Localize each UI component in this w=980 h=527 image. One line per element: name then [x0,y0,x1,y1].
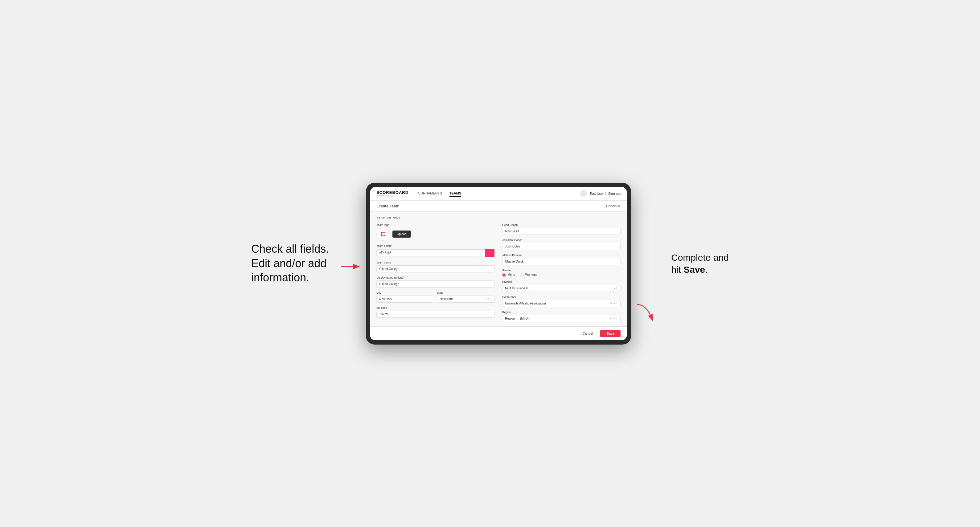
nav-link-teams[interactable]: TEAMS [449,190,461,197]
nav-link-tournaments[interactable]: TOURNAMENTS [416,190,442,197]
team-colour-label: Team colour [376,244,495,248]
tablet-frame: SCOREBOARD Powered by clippd TOURNAMENTS… [366,183,631,344]
create-team-header: Create Team Cancel ✕ [370,201,627,212]
division-arrows-icon: ▲▼ [614,287,618,289]
avatar [580,190,587,197]
brand-name: SCOREBOARD [376,190,409,194]
annotation-line1: Check all fields. [251,243,329,255]
team-logo-field: Team logo C Upload [376,224,495,241]
assistant-coach-input[interactable] [502,243,620,250]
clear-conference-icon[interactable]: ✕ [610,302,612,305]
section-label: TEAM DETAILS [376,216,620,219]
clear-icon: ✕ [485,298,487,300]
city-field: City [376,291,434,303]
zip-field: Zip code [376,306,495,318]
assistant-coach-field: Assistant Coach [502,238,620,250]
state-label: State [437,291,495,294]
region-select[interactable]: Region II - (M) DIII ✕ ▲▼ [502,315,620,322]
right-annotation-line1: Complete and [671,252,729,263]
team-name-input[interactable] [376,265,495,273]
form-section: TEAM DETAILS Team logo C Upload [370,212,627,326]
region-select-controls: ✕ ▲▼ [610,317,618,320]
region-label: Region [502,311,620,314]
sign-out-link[interactable]: Sign out [608,192,620,195]
form-footer: Cancel Save [370,326,627,340]
left-column: Team logo C Upload Team colour [376,224,495,322]
tablet-screen: SCOREBOARD Powered by clippd TOURNAMENTS… [370,187,627,340]
conference-arrows-icon: ▲▼ [614,302,618,304]
display-name-label: Display name (unique) [376,276,495,279]
right-annotation-line2: hit [671,264,683,275]
conference-field: Conference University Athletic Associati… [502,295,620,307]
gender-row: Mens Womens [502,273,620,277]
clear-region-icon[interactable]: ✕ [610,317,612,320]
athletic-director-label: Athletic Director [502,254,620,257]
colour-text-input[interactable] [376,249,485,256]
state-select-value: New York [440,297,485,301]
team-logo-circle: C [376,228,389,241]
division-label: Division [502,281,620,284]
state-select-icons: ✕ ⌃⌄ [485,298,492,300]
conference-select-controls: ✕ ▲▼ [610,302,618,305]
division-value: NCAA Division III [505,287,614,290]
display-name-field: Display name (unique) [376,276,495,287]
athletic-director-field: Athletic Director [502,254,620,265]
state-field: State New York ✕ ⌃⌄ [437,291,495,303]
brand-logo: SCOREBOARD Powered by clippd [376,190,409,197]
region-value: Region II - (M) DIII [505,317,610,320]
conference-value: University Athletic Association [505,302,610,305]
city-state-field: City State New York ✕ ⌃⌄ [376,291,495,303]
cancel-button[interactable]: Cancel [578,330,597,337]
radio-mens[interactable] [502,273,506,277]
athletic-director-input[interactable] [502,258,620,265]
top-nav: SCOREBOARD Powered by clippd TOURNAMENTS… [370,187,627,201]
colour-input-group [376,249,495,257]
save-button[interactable]: Save [600,330,620,337]
close-icon: ✕ [618,204,620,208]
left-arrow-svg [341,260,360,273]
zip-label: Zip code [376,306,495,310]
city-label: City [376,291,434,294]
head-coach-label: Head Coach [502,224,620,227]
right-annotation: Complete and hit Save. [671,251,729,276]
city-input[interactable] [376,295,434,303]
team-name-field: Team name [376,261,495,273]
team-logo-area: C Upload [376,228,495,241]
nav-links: TOURNAMENTS TEAMS [416,190,461,197]
zip-input[interactable] [376,311,495,318]
division-select[interactable]: NCAA Division III ▲▼ [502,285,620,292]
city-state-row: City State New York ✕ ⌃⌄ [376,291,495,303]
team-logo-label: Team logo [376,224,495,227]
chevron-up-down-icon: ⌃⌄ [488,298,492,300]
right-column: Head Coach Assistant Coach Athletic Dire… [502,224,620,322]
radio-womens[interactable] [520,273,524,277]
form-grid: Team logo C Upload Team colour [376,224,620,322]
gender-mens[interactable]: Mens [502,273,515,277]
head-coach-input[interactable] [502,228,620,235]
conference-select[interactable]: University Athletic Association ✕ ▲▼ [502,300,620,307]
brand-tagline: Powered by clippd [376,194,409,197]
nav-right: Test User | Sign out [580,190,620,197]
assistant-coach-label: Assistant Coach [502,238,620,241]
team-colour-field: Team colour [376,244,495,257]
division-select-controls: ▲▼ [614,287,618,289]
colour-swatch[interactable] [485,249,495,257]
upload-button[interactable]: Upload [393,230,411,238]
display-name-input[interactable] [376,281,495,287]
annotation-line2: Edit and/or add [251,257,326,270]
division-field: Division NCAA Division III ▲▼ [502,281,620,292]
right-annotation-bold: Save [683,264,705,275]
gender-field: Gender Mens Womens [502,269,620,277]
annotation-line3: information. [251,271,309,284]
cancel-close-button[interactable]: Cancel ✕ [606,204,620,208]
nav-user-text: Test User | [589,192,605,195]
team-name-label: Team name [376,261,495,264]
right-arrow-svg [634,302,659,326]
gender-womens[interactable]: Womens [520,273,537,277]
page-title: Create Team [376,204,399,208]
state-select[interactable]: New York ✕ ⌃⌄ [437,295,495,303]
right-annotation-period: . [705,264,708,275]
left-annotation: Check all fields. Edit and/or add inform… [251,242,329,285]
gender-label: Gender [502,269,620,272]
region-field: Region Region II - (M) DIII ✕ ▲▼ [502,311,620,322]
